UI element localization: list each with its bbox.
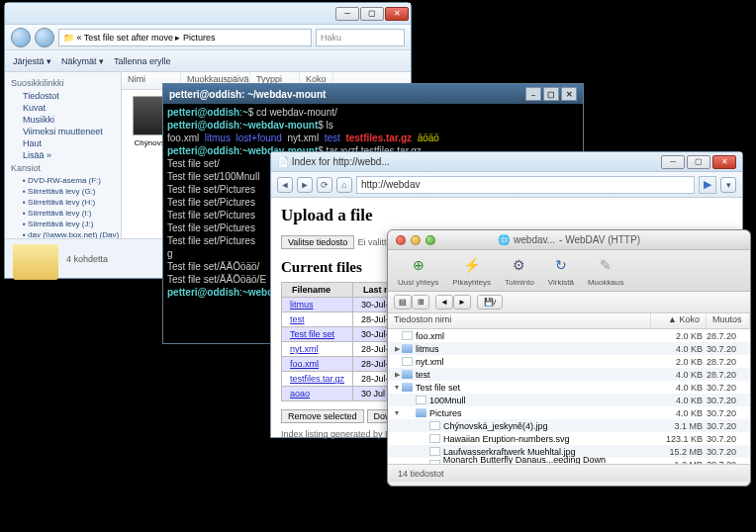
breadcrumb-bar[interactable]: 📁 « Test file set after move ▸ Pictures xyxy=(58,29,312,46)
forward-button[interactable] xyxy=(35,28,54,47)
list-view-button[interactable]: ▤ xyxy=(394,295,412,310)
col-name[interactable]: Tiedoston nimi xyxy=(388,313,651,328)
file-date: 28.7.20 xyxy=(703,331,746,341)
favorites-header: Suosikkilinkki xyxy=(11,78,115,88)
file-date: 30.7.20 xyxy=(703,434,746,444)
file-date: 30.7.20 xyxy=(703,396,746,405)
mac-finder-window: 🌐 webdav... - WebDAV (HTTP) ⊕Uusi yhteys… xyxy=(387,229,751,487)
sidebar-favorite[interactable]: Musiikki xyxy=(11,114,115,126)
refresh-button[interactable]: ↻Virkistä xyxy=(548,254,574,287)
sidebar-folder[interactable]: ▪ Siirrettävä levy (H:) xyxy=(11,197,115,208)
col-filename[interactable]: Filename xyxy=(282,283,353,298)
close-button[interactable]: ✕ xyxy=(712,155,736,169)
sidebar-folder[interactable]: ▪ Siirrettävä levy (J:) xyxy=(11,219,115,229)
col-size[interactable]: ▲ Koko xyxy=(651,313,707,328)
file-row[interactable]: 100Mnull4.0 KB30.7.20 xyxy=(388,394,750,406)
file-row[interactable]: ▶test4.0 KB28.7.20 xyxy=(388,368,750,381)
remove-selected-button[interactable]: Remove selected xyxy=(281,409,364,423)
sidebar-folder[interactable]: ▪ Siirrettävä levy (G:) xyxy=(11,186,115,197)
file-list: foo.xml2.0 KB28.7.20▶litmus4.0 KB30.7.20… xyxy=(388,329,750,464)
file-size: 4.0 KB xyxy=(647,408,703,418)
action-button[interactable]: ⚙Toiminto xyxy=(505,254,534,287)
maximize-button[interactable]: ▢ xyxy=(687,155,710,169)
upload-heading: Upload a file xyxy=(281,206,732,225)
file-link[interactable]: testfiles.tar.gz xyxy=(290,374,344,384)
address-bar[interactable]: http://webdav xyxy=(356,176,695,194)
minimize-button[interactable]: ─ xyxy=(661,155,685,169)
file-row[interactable]: foo.xml2.0 KB28.7.20 xyxy=(388,329,750,342)
file-link[interactable]: Test file set xyxy=(290,329,334,339)
file-row[interactable]: nyt.xml2.0 KB28.7.20 xyxy=(388,355,750,368)
go-button[interactable]: ▶ xyxy=(699,176,716,194)
folder-icon xyxy=(402,344,413,353)
disclosure-triangle[interactable]: ▼ xyxy=(392,384,402,391)
terminal-title: petteri@oddish: ~/webdav-mount xyxy=(169,89,326,100)
views-menu[interactable]: Näkymät ▾ xyxy=(61,56,104,66)
file-row[interactable]: ▼Test file set4.0 KB30.7.20 xyxy=(388,381,750,394)
file-link[interactable]: test xyxy=(290,314,305,324)
disclosure-triangle[interactable]: ▶ xyxy=(392,345,402,353)
file-link[interactable]: nyt.xml xyxy=(290,344,319,354)
page-title: Index for http://webd... xyxy=(292,156,390,167)
path-text: / xyxy=(494,298,496,307)
titlebar: ─ ▢ ✕ xyxy=(5,3,411,25)
file-row[interactable]: Monarch Butterfly Danaus...eeding Down 3… xyxy=(388,458,750,464)
close-button[interactable] xyxy=(396,235,406,245)
forward-button[interactable]: ► xyxy=(453,295,471,310)
plus-globe-icon: ⊕ xyxy=(408,254,429,276)
file-row[interactable]: Hawaiian Eruption-numbers.svg123.1 KB30.… xyxy=(388,432,750,445)
choose-file-button[interactable]: Valitse tiedosto xyxy=(281,235,354,249)
file-row[interactable]: ▼Pictures4.0 KB30.7.20 xyxy=(388,406,750,419)
back-button[interactable] xyxy=(11,28,31,47)
disclosure-triangle[interactable]: ▶ xyxy=(392,371,402,379)
file-size: 4.0 KB xyxy=(647,396,703,405)
path-root-button[interactable]: 💾 / xyxy=(477,295,503,310)
file-size: 123.1 KB xyxy=(647,434,703,444)
file-link[interactable]: foo.xml xyxy=(290,359,319,369)
mac-titlebar: 🌐 webdav... - WebDAV (HTTP) xyxy=(388,230,750,250)
disclosure-triangle[interactable]: ▼ xyxy=(392,409,402,416)
zoom-button[interactable] xyxy=(425,235,435,245)
sidebar-favorite[interactable]: Tiedostot xyxy=(11,90,115,102)
back-button[interactable]: ◄ xyxy=(435,295,453,310)
file-name: Test file set xyxy=(402,383,647,393)
reload-button[interactable]: ⟳ xyxy=(317,177,332,193)
sidebar-folder[interactable]: ▪ DVD-RW-asema (F:) xyxy=(11,175,115,186)
sidebar-favorite[interactable]: Viimeksi muutteneet xyxy=(11,126,115,137)
sidebar-favorite[interactable]: Lisää » xyxy=(11,149,115,161)
sidebar-folder[interactable]: ▪ Siirrettävä levy (I:) xyxy=(11,208,115,219)
sidebar-favorite[interactable]: Haut xyxy=(11,137,115,149)
search-input[interactable]: Haku xyxy=(316,29,405,46)
home-button[interactable]: ⌂ xyxy=(336,177,352,193)
file-row[interactable]: ▶litmus4.0 KB30.7.20 xyxy=(388,342,750,355)
file-link[interactable]: litmus xyxy=(290,300,314,310)
file-size: 4.0 KB xyxy=(647,344,703,354)
maximize-button[interactable]: ▢ xyxy=(543,87,559,101)
item-count: 14 tiedostot xyxy=(398,469,444,479)
sidebar-favorite[interactable]: Kuvat xyxy=(11,102,115,114)
close-button[interactable]: ✕ xyxy=(561,87,577,101)
path-bar: ▤⊞ ◄► 💾 / xyxy=(388,292,750,313)
quick-connect-button[interactable]: ⚡Pikayhteys xyxy=(452,254,491,287)
column-view-button[interactable]: ⊞ xyxy=(412,295,429,310)
maximize-button[interactable]: ▢ xyxy=(360,7,384,21)
refresh-icon: ↻ xyxy=(550,254,572,276)
col-date[interactable]: Muutos xyxy=(707,313,750,328)
save-menu[interactable]: Tallenna erylle xyxy=(114,56,171,66)
back-button[interactable]: ◄ xyxy=(277,177,293,193)
minimize-button[interactable]: ─ xyxy=(335,7,359,21)
new-connection-button[interactable]: ⊕Uusi yhteys xyxy=(398,254,438,287)
menu-button[interactable]: ▾ xyxy=(720,177,736,193)
pencil-icon: ✎ xyxy=(595,254,616,276)
file-size: 4.0 KB xyxy=(647,383,703,393)
file-icon xyxy=(402,357,413,366)
minimize-button[interactable] xyxy=(411,235,421,245)
close-button[interactable]: ✕ xyxy=(385,7,409,21)
edit-button[interactable]: ✎Muokkaus xyxy=(588,254,623,287)
forward-button[interactable]: ► xyxy=(297,177,313,193)
minimize-button[interactable]: – xyxy=(525,87,541,101)
file-row[interactable]: Chýnovská_jeskyně(4).jpg3.1 MB30.7.20 xyxy=(388,419,750,432)
file-link[interactable]: aoao xyxy=(290,389,310,399)
organize-menu[interactable]: Järjestä ▾ xyxy=(13,56,51,66)
browser-titlebar: 📄 Index for http://webd... ─ ▢ ✕ xyxy=(271,152,742,172)
